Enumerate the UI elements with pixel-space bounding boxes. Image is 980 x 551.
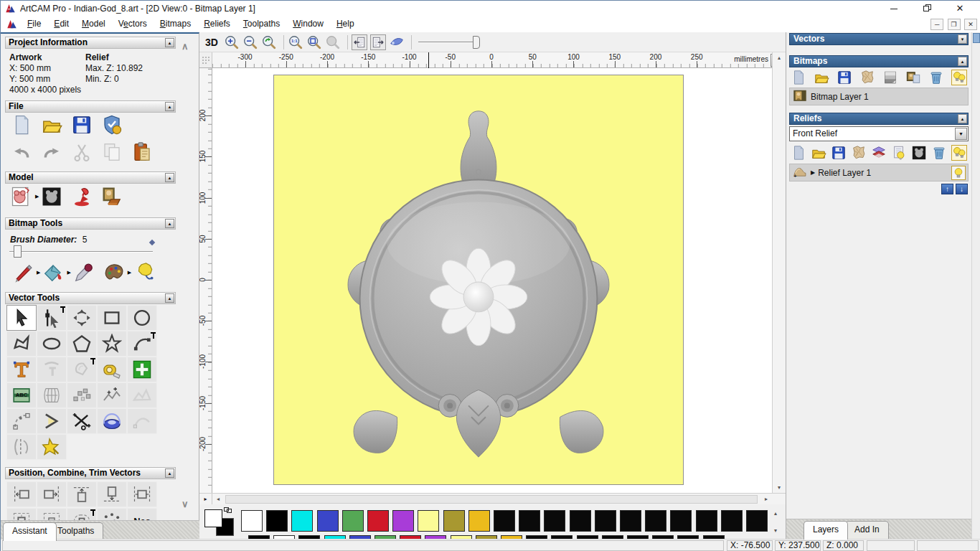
rollup-icon[interactable]: ▲ (165, 38, 174, 47)
bitmap-layer-row[interactable]: Bitmap Layer 1 (789, 88, 969, 105)
panel-scrollbar[interactable] (971, 32, 980, 539)
bulbs-icon[interactable] (951, 145, 967, 161)
slice-tool[interactable] (6, 434, 37, 460)
transform-tool[interactable] (67, 305, 97, 331)
page-next-icon[interactable] (370, 34, 386, 50)
palette-scroll-up-icon[interactable]: ▴ (774, 510, 777, 517)
align-centre-tool[interactable] (127, 481, 157, 507)
set-model-size-icon[interactable] (11, 186, 32, 207)
save-file-icon[interactable] (831, 145, 847, 161)
trim-vectors-tool[interactable] (67, 408, 97, 434)
join-vectors-tool[interactable] (127, 382, 157, 408)
mdi-close-button[interactable]: ✕ (964, 19, 977, 30)
zoom-in-icon[interactable] (224, 34, 240, 50)
palette-swatch[interactable] (367, 510, 389, 532)
restore-button[interactable] (915, 1, 939, 17)
new-file-icon[interactable] (11, 114, 32, 136)
rollup-icon[interactable]: ▲ (165, 219, 174, 228)
panel-scroll-down-icon[interactable]: ∨ (182, 499, 189, 509)
rollup-icon[interactable]: ▲ (165, 293, 174, 303)
ruler-corner[interactable] (199, 52, 212, 68)
create-star-tool[interactable] (97, 331, 127, 357)
section-project-information[interactable]: Project Information ▲ (5, 37, 176, 49)
tab-assistant[interactable]: Assistant (3, 522, 57, 541)
minimize-button[interactable] (882, 1, 906, 17)
tab-layers[interactable]: Layers (804, 521, 848, 540)
zoom-slider-handle[interactable] (473, 36, 480, 49)
dropdown-arrow-icon[interactable]: ▼ (955, 128, 967, 140)
move-layer-up-button[interactable]: ↑ (941, 184, 953, 194)
undo-icon[interactable] (11, 141, 32, 163)
trash-icon[interactable] (931, 145, 947, 161)
open-file-icon[interactable] (41, 114, 62, 136)
create-circle-tool[interactable] (127, 305, 157, 331)
2d-view-canvas[interactable] (212, 68, 773, 493)
tab-add-in[interactable]: Add In (845, 521, 889, 540)
transparency-icon[interactable] (389, 34, 405, 50)
fillet-tool[interactable] (97, 382, 127, 408)
pan-corner-button[interactable]: ▸ (199, 494, 212, 505)
flood-fill-icon[interactable] (42, 262, 64, 283)
open-file-icon[interactable] (814, 70, 829, 85)
rollup-icon[interactable]: ▲ (958, 114, 967, 123)
fit-arcs-tool[interactable] (6, 408, 37, 434)
texture-relief-icon[interactable] (101, 186, 123, 207)
measure-tool[interactable] (97, 357, 127, 382)
bulb-page-icon[interactable] (891, 145, 907, 161)
primary-colour-swatch[interactable] (204, 509, 222, 527)
crumple-icon[interactable] (851, 145, 867, 161)
brush-slider-handle[interactable] (14, 245, 22, 258)
palette-icon[interactable] (103, 262, 125, 283)
reliefs-header[interactable]: Reliefs ▲ (789, 113, 969, 125)
create-arc-tool[interactable] (127, 331, 157, 357)
menu-model[interactable]: Model (75, 17, 112, 32)
rollup-icon[interactable]: ▲ (165, 468, 174, 478)
new-page-icon[interactable] (791, 70, 806, 85)
palette-swatch[interactable] (241, 510, 263, 532)
zoom-out-icon[interactable] (242, 34, 258, 50)
flyout-arrow-icon[interactable]: ▶ (37, 270, 40, 276)
select-tool[interactable] (6, 305, 37, 331)
spin-tool-tool[interactable] (97, 408, 127, 434)
section-position-combine-trim[interactable]: Position, Combine, Trim Vectors ▲ (5, 467, 176, 479)
scroll-left-icon[interactable]: ◂ (212, 494, 224, 505)
palette-swatch[interactable] (291, 510, 313, 532)
scroll-down-icon[interactable]: ▾ (773, 484, 786, 491)
palette-swatch[interactable] (443, 510, 465, 532)
model-wizard-icon[interactable] (101, 114, 123, 136)
artwork-area[interactable] (273, 75, 684, 485)
menu-vectors[interactable]: Vectors (112, 17, 154, 32)
menu-toolpaths[interactable]: Toolpaths (237, 17, 286, 32)
toggle-3d-view-button[interactable]: 3D (205, 37, 218, 48)
paste-special-icon[interactable] (131, 141, 153, 163)
copy-icon[interactable] (101, 141, 123, 163)
zoom-objects-icon[interactable] (306, 34, 322, 50)
mdi-minimize-button[interactable]: ─ (930, 19, 943, 30)
save-file-icon[interactable] (71, 114, 93, 136)
node-edit-tool[interactable] (37, 305, 67, 331)
palette-swatch[interactable] (570, 510, 591, 532)
zoom-last-icon[interactable] (261, 34, 277, 50)
palette-swatch[interactable] (342, 510, 364, 532)
layer-visibility-button[interactable] (951, 166, 966, 180)
relief-select-dropdown[interactable]: Front Relief ▼ (789, 126, 969, 141)
flyout-arrow-icon[interactable]: ▶ (35, 194, 39, 199)
bulbs-icon[interactable] (951, 70, 967, 85)
crumple-icon[interactable] (859, 70, 875, 85)
expand-icon[interactable]: ▼ (958, 34, 967, 44)
horizontal-scrollbar[interactable]: ▸ ◂ ▸ (199, 493, 786, 504)
zoom-limits-icon[interactable] (325, 34, 341, 50)
rollup-icon[interactable]: ▲ (958, 57, 967, 66)
palette-swatch[interactable] (468, 510, 490, 532)
flyout-arrow-icon[interactable]: ▶ (128, 270, 131, 276)
align-bottom-tool[interactable] (97, 481, 127, 507)
expand-arrow-icon[interactable]: ▶ (811, 169, 815, 176)
palette-swatch[interactable] (696, 510, 717, 532)
align-right-tool[interactable] (37, 481, 67, 507)
align-top-tool[interactable] (67, 481, 97, 507)
rollup-icon[interactable]: ▲ (165, 102, 174, 111)
create-polyline-tool[interactable] (6, 331, 37, 357)
vectors-header[interactable]: Vectors ▼ (789, 33, 969, 45)
menu-file[interactable]: File (21, 17, 47, 32)
lighting-icon[interactable] (71, 186, 93, 207)
